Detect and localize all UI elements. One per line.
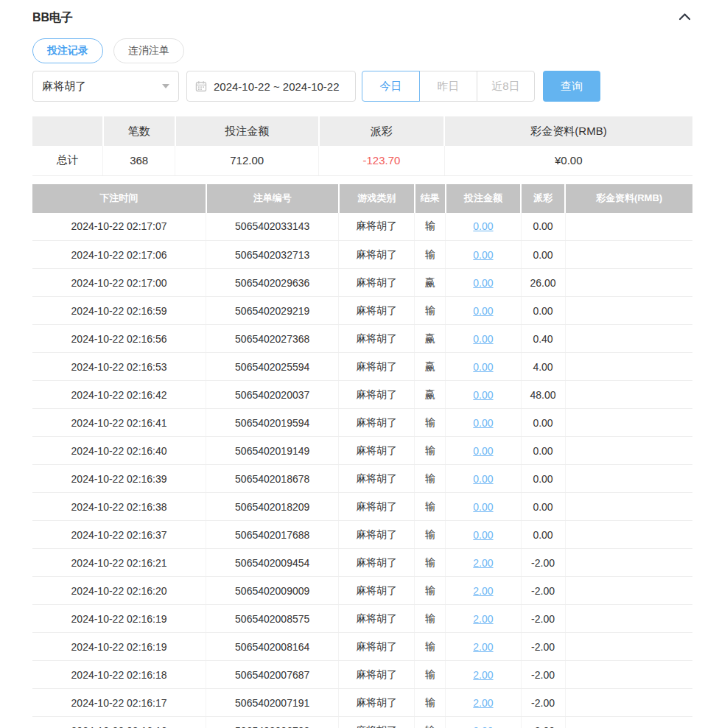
cell-bet-time: 2024-10-22 02:17:07 [32,213,206,241]
cell-order-number: 5065402009454 [206,549,339,577]
cell-bet-time: 2024-10-22 02:16:16 [32,717,206,728]
col-header-order-number: 注单编号 [206,184,339,213]
bet-amount-link[interactable]: 0.00 [473,473,493,485]
bet-amount-link[interactable]: 2.00 [473,669,493,681]
tab-bet-records[interactable]: 投注记录 [32,38,103,63]
cell-bet-amount: 2.00 [446,549,521,577]
cell-bonus [565,241,692,269]
cell-bet-time: 2024-10-22 02:16:21 [32,549,206,577]
bet-amount-link[interactable]: 0.00 [473,417,493,429]
cell-result: 输 [415,549,446,577]
cell-bonus [565,577,692,605]
cell-bet-time: 2024-10-22 02:16:19 [32,605,206,633]
cell-bet-amount: 0.00 [446,437,521,465]
cell-order-number: 5065402018678 [206,465,339,493]
cell-bonus [565,437,692,465]
summary-total-bet-amount: 712.00 [175,146,319,175]
cell-bonus [565,633,692,661]
cell-bet-amount: 0.00 [446,213,521,241]
cell-game-category: 麻将胡了 [339,493,415,521]
bet-records-panel: BB电子 投注记录 连消注单 麻将胡了 [0,0,705,728]
cell-game-category: 麻将胡了 [339,577,415,605]
cell-result: 输 [415,493,446,521]
summary-total-bonus: ¥0.00 [444,146,692,175]
cell-bonus [565,465,692,493]
table-row: 2024-10-22 02:16:39 5065402018678 麻将胡了 输… [32,465,692,493]
caret-down-icon [162,84,169,88]
cell-bet-time: 2024-10-22 02:16:53 [32,353,206,381]
panel-titlebar: BB电子 [32,0,692,28]
bet-amount-link[interactable]: 0.00 [473,361,493,373]
col-header-payout: 派彩 [521,184,565,213]
bet-amount-link[interactable]: 0.00 [473,529,493,541]
cell-game-category: 麻将胡了 [339,297,415,325]
bet-amount-link[interactable]: 2.00 [473,613,493,625]
tab-cancelled-orders[interactable]: 连消注单 [113,38,184,63]
summary-header-count: 笔数 [103,116,175,146]
cell-payout: 0.00 [521,521,565,549]
bet-amount-link[interactable]: 2.00 [473,585,493,597]
bet-amount-link[interactable]: 0.00 [473,445,493,457]
bet-amount-link[interactable]: 0.00 [473,389,493,401]
cell-order-number: 5065402006738 [206,717,339,728]
table-row: 2024-10-22 02:16:40 5065402019149 麻将胡了 输… [32,437,692,465]
cell-result: 输 [415,521,446,549]
cell-game-category: 麻将胡了 [339,549,415,577]
cell-bet-time: 2024-10-22 02:16:40 [32,437,206,465]
bet-amount-link[interactable]: 0.00 [473,333,493,345]
cell-bet-time: 2024-10-22 02:16:41 [32,409,206,437]
bet-table-header-row: 下注时间 注单编号 游戏类别 结果 投注金额 派彩 彩金资料(RMB) [32,184,692,213]
cell-game-category: 麻将胡了 [339,661,415,689]
collapse-panel-button[interactable] [677,10,692,26]
cell-result: 赢 [415,325,446,353]
cell-order-number: 5065402018209 [206,493,339,521]
date-range-input[interactable]: 2024-10-22 ~ 2024-10-22 [186,71,356,102]
cell-order-number: 5065402020037 [206,381,339,409]
quick-date-group: 今日 昨日 近8日 [362,71,535,102]
cell-bet-time: 2024-10-22 02:17:06 [32,241,206,269]
bet-amount-link[interactable]: 0.00 [473,501,493,513]
game-select[interactable]: 麻将胡了 [32,71,179,102]
bet-records-table: 下注时间 注单编号 游戏类别 结果 投注金额 派彩 彩金资料(RMB) 2024… [32,184,692,728]
cell-game-category: 麻将胡了 [339,605,415,633]
cell-bet-time: 2024-10-22 02:16:18 [32,661,206,689]
cell-result: 输 [415,661,446,689]
quick-today-button[interactable]: 今日 [362,71,420,102]
summary-total-row: 总计 368 712.00 -123.70 ¥0.00 [32,146,692,175]
cell-bonus [565,353,692,381]
table-row: 2024-10-22 02:16:56 5065402027368 麻将胡了 赢… [32,325,692,353]
bet-amount-link[interactable]: 2.00 [473,557,493,569]
bet-amount-link[interactable]: 0.00 [473,220,493,232]
bet-amount-link[interactable]: 2.00 [473,641,493,653]
bet-amount-link[interactable]: 2.00 [473,725,493,728]
quick-yesterday-button[interactable]: 昨日 [419,71,477,102]
bet-amount-link[interactable]: 0.00 [473,305,493,317]
cell-payout: 26.00 [521,269,565,297]
cell-bet-amount: 0.00 [446,353,521,381]
cell-payout: -2.00 [521,577,565,605]
quick-last8days-button[interactable]: 近8日 [477,71,535,102]
cell-payout: 0.00 [521,465,565,493]
cell-payout: 4.00 [521,353,565,381]
cell-payout: 48.00 [521,381,565,409]
bet-amount-link[interactable]: 0.00 [473,277,493,289]
cell-order-number: 5065402029219 [206,297,339,325]
cell-bonus [565,493,692,521]
cell-result: 输 [415,213,446,241]
cell-bet-amount: 0.00 [446,381,521,409]
cell-bonus [565,661,692,689]
table-row: 2024-10-22 02:16:42 5065402020037 麻将胡了 赢… [32,381,692,409]
bet-amount-link[interactable]: 0.00 [473,249,493,261]
cell-bet-time: 2024-10-22 02:16:20 [32,577,206,605]
cell-game-category: 麻将胡了 [339,689,415,717]
record-type-tabs: 投注记录 连消注单 [32,38,692,63]
search-button[interactable]: 查询 [543,71,600,102]
cell-payout: 0.00 [521,409,565,437]
page-title: BB电子 [32,10,73,26]
cell-bet-amount: 2.00 [446,605,521,633]
col-header-bonus: 彩金资料(RMB) [565,184,692,213]
cell-game-category: 麻将胡了 [339,353,415,381]
cell-bet-time: 2024-10-22 02:16:37 [32,521,206,549]
bet-amount-link[interactable]: 2.00 [473,697,493,709]
cell-game-category: 麻将胡了 [339,213,415,241]
